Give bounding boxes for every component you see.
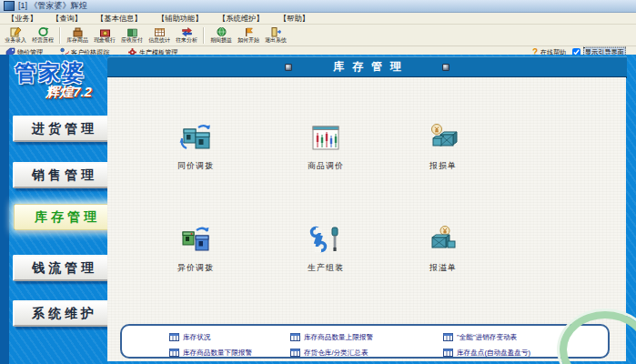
sidebar-item-sales[interactable]: 销售管理 bbox=[13, 162, 113, 188]
nav-item-label: 商品调价 bbox=[285, 160, 367, 172]
sidebar-item-inventory[interactable]: 库存管理 bbox=[14, 204, 117, 230]
stock-goods-icon bbox=[72, 26, 84, 37]
menu-bar: 【业务】 【查询】 【基本信息】 【辅助功能】 【系统维护】 【帮助】 bbox=[0, 13, 636, 25]
sidebar-item-label: 进货管理 bbox=[28, 121, 97, 137]
toolbar-button-label: 应收应付 bbox=[121, 38, 143, 44]
left-edge-stripe bbox=[0, 55, 9, 364]
nav-loss-report[interactable]: 报损单 bbox=[402, 123, 484, 172]
app-window: [1] 《管家婆》辉煌 【业务】 【查询】 【基本信息】 【辅助功能】 【系统维… bbox=[0, 0, 636, 364]
sidebar-item-system[interactable]: 系统维护 bbox=[13, 300, 113, 327]
quick-link-label: 库存商品数量下限报警 bbox=[183, 348, 252, 357]
main-frame: 管家婆 辉煌7.2 进货管理 销售管理 库存管理 钱流管理 系统维护 库存管理 bbox=[0, 55, 636, 364]
main-toolbar: 业务录入 经营历程 库存商品 现金银行 应收应付 信息统计 往来分析 bbox=[0, 25, 636, 46]
nav-item-label: 报损单 bbox=[402, 160, 484, 172]
table-icon bbox=[443, 349, 453, 357]
menu-business[interactable]: 【业务】 bbox=[7, 15, 37, 22]
title-bar: [1] 《管家婆》辉煌 bbox=[0, 0, 636, 13]
sidebar-item-label: 系统维护 bbox=[28, 306, 97, 322]
brand-logo-main: 管家婆 bbox=[15, 62, 116, 85]
profit-globe-icon bbox=[216, 26, 227, 37]
menu-system-maintenance[interactable]: 【系统维护】 bbox=[218, 15, 264, 22]
table-icon bbox=[443, 333, 453, 341]
history-cycle-icon bbox=[37, 26, 49, 37]
entry-pad-icon bbox=[10, 26, 22, 37]
link-lower-limit-alarm[interactable]: 库存商品数量下限报警 bbox=[169, 347, 290, 358]
nav-production-assembly[interactable]: 生产组装 bbox=[285, 225, 367, 274]
toolbar-stock-goods-button[interactable]: 库存商品 bbox=[64, 25, 91, 46]
header-bullet-icon bbox=[442, 64, 449, 71]
toolbar-receivable-payable-button[interactable]: 应收应付 bbox=[118, 25, 146, 46]
assembly-tools-icon bbox=[308, 225, 343, 256]
ledger-book-icon bbox=[126, 26, 138, 37]
menu-query[interactable]: 【查询】 bbox=[52, 15, 82, 22]
toolbar-button-label: 信息统计 bbox=[148, 38, 170, 44]
goods-reprice-chart-icon bbox=[308, 123, 343, 154]
quick-link-label: "全能"进销存变动表 bbox=[457, 332, 517, 341]
quick-link-label: 库存盘点(自动盘盈盘亏) bbox=[457, 348, 530, 357]
toolbar-separator bbox=[59, 27, 61, 44]
app-icon bbox=[4, 1, 15, 11]
toolbar-button-label: 如何开始 bbox=[237, 38, 259, 44]
toolbar-how-to-start-button[interactable]: 如何开始 bbox=[235, 25, 262, 46]
table-icon bbox=[169, 349, 179, 357]
table-icon bbox=[290, 349, 300, 357]
content-area: 同价调拨 商品调价 bbox=[107, 77, 626, 361]
nav-same-price-transfer[interactable]: 同价调拨 bbox=[155, 123, 237, 172]
toolbar-business-entry-button[interactable]: 业务录入 bbox=[2, 25, 29, 46]
nav-item-label: 报溢单 bbox=[402, 262, 484, 274]
link-warehouse-summary[interactable]: 存货仓库/分类汇总表 bbox=[290, 347, 443, 358]
table-icon bbox=[290, 333, 300, 341]
nav-diff-price-transfer[interactable]: 异价调拨 bbox=[155, 225, 237, 274]
sidebar-item-purchase[interactable]: 进货管理 bbox=[13, 116, 113, 142]
statistics-table-icon bbox=[154, 26, 166, 37]
sidebar-item-label: 销售管理 bbox=[28, 167, 97, 184]
toolbar-button-label: 业务录入 bbox=[5, 38, 26, 44]
quick-links-panel: 库存状况 库存商品数量上限报警 "全能"进销存变动表 库存商品数量下限报警 存货… bbox=[120, 324, 610, 359]
nav-item-label: 生产组装 bbox=[285, 262, 367, 274]
page-title: 库存管理 bbox=[325, 59, 409, 75]
quick-link-label: 库存状况 bbox=[183, 332, 210, 341]
nav-goods-reprice[interactable]: 商品调价 bbox=[285, 123, 367, 172]
sidebar-item-label: 钱流管理 bbox=[28, 260, 97, 277]
brand-logo-version: 辉煌7.2 bbox=[45, 85, 116, 100]
toolbar-button-label: 退出系统 bbox=[265, 38, 287, 44]
loss-report-icon bbox=[426, 123, 460, 154]
toolbar-cash-bank-button[interactable]: 现金银行 bbox=[91, 25, 118, 46]
header-bullet-icon bbox=[285, 64, 292, 71]
toolbar-button-label: 现金银行 bbox=[94, 38, 116, 44]
section-header-band: 库存管理 bbox=[107, 56, 627, 78]
start-flag-icon bbox=[243, 26, 255, 37]
window-title: [1] 《管家婆》辉煌 bbox=[18, 2, 87, 10]
toolbar-separator bbox=[203, 27, 205, 44]
brand-logo: 管家婆 辉煌7.2 bbox=[9, 55, 116, 100]
toolbar-button-label: 库存商品 bbox=[66, 38, 88, 44]
link-upper-limit-alarm[interactable]: 库存商品数量上限报警 bbox=[290, 331, 443, 342]
same-price-transfer-icon bbox=[178, 123, 213, 154]
toolbar-statistics-button[interactable]: 信息统计 bbox=[146, 25, 173, 46]
toolbar-profit-loss-button[interactable]: 期间损益 bbox=[207, 25, 235, 46]
quick-link-label: 存货仓库/分类汇总表 bbox=[304, 348, 368, 357]
exit-door-icon bbox=[270, 26, 282, 37]
link-stock-status[interactable]: 库存状况 bbox=[169, 331, 290, 342]
menu-help[interactable]: 【帮助】 bbox=[279, 15, 309, 22]
menu-basic-info[interactable]: 【基本信息】 bbox=[96, 15, 142, 22]
diff-price-transfer-icon bbox=[178, 225, 213, 256]
toolbar-analysis-button[interactable]: 往来分析 bbox=[173, 25, 200, 46]
sidebar-item-label: 库存管理 bbox=[31, 209, 100, 226]
nav-item-label: 异价调拨 bbox=[155, 262, 237, 274]
toolbar-exit-button[interactable]: 退出系统 bbox=[262, 25, 289, 46]
overflow-report-icon bbox=[426, 225, 460, 256]
nav-item-label: 同价调拨 bbox=[155, 160, 237, 172]
table-icon bbox=[169, 333, 179, 341]
toolbar-button-label: 往来分析 bbox=[176, 38, 197, 44]
toolbar-button-label: 期间损益 bbox=[210, 38, 232, 44]
sidebar-item-cashflow[interactable]: 钱流管理 bbox=[13, 255, 113, 281]
menu-aux-functions[interactable]: 【辅助功能】 bbox=[157, 15, 203, 22]
toolbar-history-button[interactable]: 经营历程 bbox=[29, 25, 56, 46]
sidebar: 管家婆 辉煌7.2 进货管理 销售管理 库存管理 钱流管理 系统维护 bbox=[9, 55, 116, 364]
analysis-arrows-icon bbox=[181, 26, 193, 37]
toolbar-button-label: 经营历程 bbox=[32, 38, 54, 44]
cash-bank-icon bbox=[99, 26, 111, 37]
quick-link-label: 库存商品数量上限报警 bbox=[304, 332, 373, 341]
nav-overflow-report[interactable]: 报溢单 bbox=[402, 225, 484, 274]
